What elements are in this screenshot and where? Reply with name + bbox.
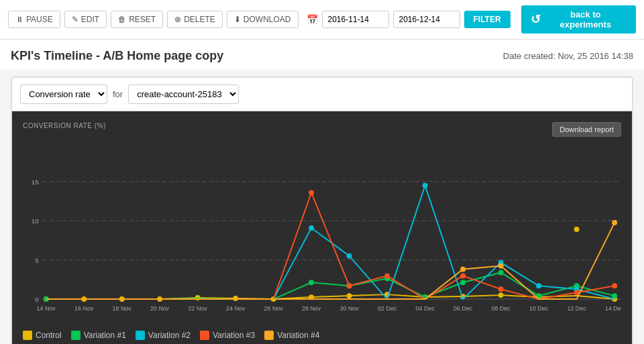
svg-text:14 Dec: 14 Dec (605, 305, 621, 312)
svg-point-54 (536, 283, 541, 288)
svg-text:24 Nov: 24 Nov (226, 305, 246, 312)
chart-legend: Control Variation #1 Variation #2 Variat… (23, 325, 621, 340)
svg-text:15: 15 (32, 178, 40, 186)
reset-icon: 🗑 (118, 15, 126, 24)
back-arrow-icon: ↺ (531, 12, 541, 27)
svg-text:28 Nov: 28 Nov (302, 305, 321, 312)
legend-control-dot (23, 331, 32, 340)
toolbar: ⏸ PAUSE ✎ EDIT 🗑 RESET ⊗ DELETE ⬇ DOWNLO… (0, 0, 644, 40)
svg-text:20 Nov: 20 Nov (150, 305, 170, 312)
svg-text:12 Dec: 12 Dec (567, 305, 586, 312)
svg-point-36 (498, 292, 504, 298)
legend-variation3-dot (200, 331, 209, 340)
download-icon: ⬇ (234, 15, 241, 24)
download-report-button[interactable]: Download report (552, 122, 621, 137)
legend-control-label: Control (36, 331, 62, 340)
reset-button[interactable]: 🗑 RESET (111, 11, 163, 28)
date-from-input[interactable] (322, 11, 389, 28)
variation4-line (46, 223, 614, 299)
chart-ylabel: CONVERSION RATE (%) (23, 122, 106, 129)
svg-point-38 (574, 227, 580, 232)
svg-text:26 Nov: 26 Nov (264, 305, 284, 312)
svg-point-64 (498, 264, 504, 269)
back-to-experiments-button[interactable]: ↺ back to experiments (521, 5, 636, 34)
delete-icon: ⊗ (174, 15, 181, 24)
legend-variation1: Variation #1 (71, 331, 126, 340)
svg-text:04 Dec: 04 Dec (416, 305, 435, 312)
svg-point-62 (612, 283, 617, 288)
svg-point-32 (347, 293, 352, 298)
legend-variation4-label: Variation #4 (277, 331, 319, 340)
legend-variation2-label: Variation #2 (148, 331, 191, 340)
legend-variation2: Variation #2 (136, 331, 191, 340)
date-filter-group: 📅 FILTER (307, 11, 511, 28)
svg-text:0: 0 (35, 296, 39, 303)
edit-icon: ✎ (72, 15, 78, 24)
svg-text:14 Nov: 14 Nov (37, 305, 56, 312)
for-label: for (113, 89, 123, 99)
svg-point-56 (309, 190, 314, 196)
legend-control: Control (23, 331, 62, 340)
legend-variation4-dot (264, 331, 274, 340)
segment-select[interactable]: create-account-25183 (128, 84, 239, 104)
svg-point-46 (498, 270, 504, 275)
svg-text:5: 5 (35, 257, 39, 264)
svg-point-49 (612, 293, 617, 298)
svg-text:06 Dec: 06 Dec (453, 305, 473, 312)
download-button[interactable]: ⬇ DOWNLOAD (227, 11, 299, 28)
svg-point-50 (309, 225, 314, 231)
svg-text:02 Dec: 02 Dec (378, 305, 397, 312)
variation3-line (46, 192, 614, 299)
svg-point-41 (309, 280, 314, 285)
svg-point-58 (384, 273, 390, 278)
pause-icon: ⏸ (15, 15, 23, 24)
delete-button[interactable]: ⊗ DELETE (167, 11, 223, 28)
svg-point-51 (347, 253, 352, 259)
svg-text:16 Nov: 16 Nov (74, 305, 94, 312)
date-created: Date created: Nov, 25 2016 14:38 (503, 51, 633, 61)
variation2-line (46, 186, 614, 299)
metric-select[interactable]: Conversion rate (20, 84, 107, 104)
chart-svg-container: 0 5 10 15 14 Nov 16 Nov 18 Nov 20 Nov 22… (23, 142, 621, 319)
chart-svg: 0 5 10 15 14 Nov 16 Nov 18 Nov 20 Nov 22… (23, 142, 621, 317)
legend-variation2-dot (136, 331, 145, 340)
svg-text:10 Dec: 10 Dec (529, 305, 549, 312)
svg-point-63 (460, 267, 466, 272)
legend-variation4: Variation #4 (264, 331, 319, 340)
svg-text:22 Nov: 22 Nov (189, 305, 208, 312)
kpi-controls: Conversion rate for create-account-25183 (11, 77, 633, 111)
svg-point-45 (460, 280, 466, 285)
svg-point-60 (498, 286, 504, 292)
page-title: KPI's Timeline - A/B Home page copy (11, 49, 223, 63)
svg-text:10: 10 (32, 217, 40, 225)
svg-text:08 Dec: 08 Dec (491, 305, 511, 312)
svg-point-57 (347, 283, 352, 288)
svg-point-52 (423, 183, 428, 188)
page-header: KPI's Timeline - A/B Home page copy Date… (0, 40, 644, 70)
svg-text:30 Nov: 30 Nov (340, 305, 360, 312)
calendar-icon: 📅 (307, 14, 318, 25)
legend-variation3-label: Variation #3 (213, 331, 255, 340)
main-content: Conversion rate for create-account-25183… (0, 70, 644, 344)
filter-button[interactable]: FILTER (464, 11, 511, 28)
svg-text:18 Nov: 18 Nov (113, 305, 132, 312)
pause-button[interactable]: ⏸ PAUSE (8, 11, 60, 28)
variation1-line (46, 272, 614, 299)
legend-variation1-dot (71, 331, 80, 340)
legend-variation1-label: Variation #1 (84, 331, 126, 340)
edit-button[interactable]: ✎ EDIT (64, 11, 107, 28)
svg-point-59 (460, 273, 466, 278)
chart-wrapper: CONVERSION RATE (%) Download report 0 5 … (11, 111, 633, 344)
date-to-input[interactable] (393, 11, 460, 28)
svg-point-65 (612, 220, 617, 225)
legend-variation3: Variation #3 (200, 331, 255, 340)
